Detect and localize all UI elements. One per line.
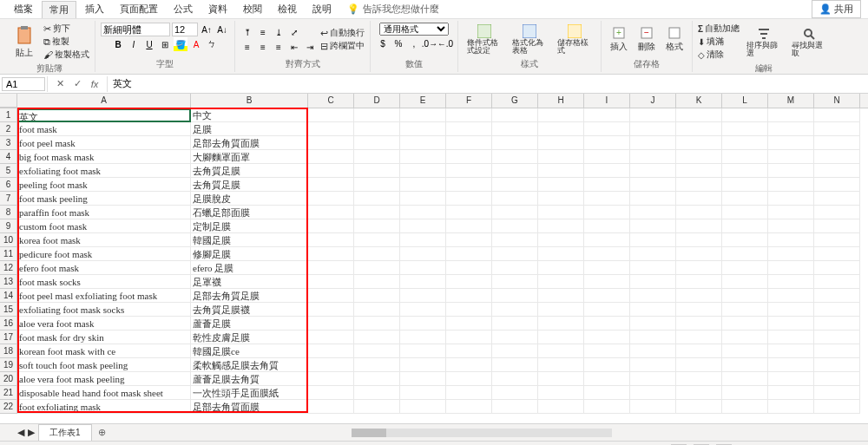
cell-M7[interactable] bbox=[768, 192, 814, 206]
cell-E2[interactable] bbox=[400, 122, 446, 136]
cell-A11[interactable]: pedicure foot mask bbox=[17, 247, 191, 261]
cell-A14[interactable]: foot peel masl exfoliating foot mask bbox=[17, 289, 191, 303]
menu-file[interactable]: 檔案 bbox=[7, 1, 40, 17]
cell-N1[interactable] bbox=[814, 108, 860, 122]
cell-F20[interactable] bbox=[446, 372, 492, 386]
cell-G4[interactable] bbox=[492, 150, 538, 164]
cell-M1[interactable] bbox=[768, 108, 814, 122]
cell-B9[interactable]: 定制足膜 bbox=[191, 219, 308, 233]
cell-H14[interactable] bbox=[538, 289, 584, 303]
cell-B7[interactable]: 足膜脫皮 bbox=[191, 192, 308, 206]
cell-G10[interactable] bbox=[492, 233, 538, 247]
cell-D7[interactable] bbox=[354, 192, 400, 206]
inc-decimal-button[interactable]: .0→ bbox=[423, 36, 437, 50]
cell-L3[interactable] bbox=[722, 136, 768, 150]
cell-E19[interactable] bbox=[400, 358, 446, 372]
cell-H15[interactable] bbox=[538, 303, 584, 317]
cell-E6[interactable] bbox=[400, 178, 446, 192]
delete-cells-button[interactable]: −刪除 bbox=[635, 24, 659, 55]
cell-B3[interactable]: 足部去角質面膜 bbox=[191, 136, 308, 150]
cell-K15[interactable] bbox=[676, 303, 722, 317]
cell-C11[interactable] bbox=[308, 247, 354, 261]
cell-H20[interactable] bbox=[538, 372, 584, 386]
row-header-16[interactable]: 16 bbox=[0, 317, 17, 330]
cell-M18[interactable] bbox=[768, 344, 814, 358]
row-header-3[interactable]: 3 bbox=[0, 136, 17, 150]
cell-E21[interactable] bbox=[400, 386, 446, 400]
cell-L17[interactable] bbox=[722, 330, 768, 344]
cell-I11[interactable] bbox=[584, 247, 630, 261]
row-header-18[interactable]: 18 bbox=[0, 344, 17, 358]
cell-L1[interactable] bbox=[722, 108, 768, 122]
cell-E10[interactable] bbox=[400, 233, 446, 247]
cell-I15[interactable] bbox=[584, 303, 630, 317]
cell-B10[interactable]: 韓國足膜 bbox=[191, 233, 308, 247]
row-header-14[interactable]: 14 bbox=[0, 289, 17, 303]
cell-C18[interactable] bbox=[308, 344, 354, 358]
cell-G7[interactable] bbox=[492, 192, 538, 206]
cell-I9[interactable] bbox=[584, 219, 630, 233]
increase-font-button[interactable]: A↑ bbox=[200, 23, 214, 36]
cell-E13[interactable] bbox=[400, 275, 446, 289]
cell-C14[interactable] bbox=[308, 289, 354, 303]
column-header-B[interactable]: B bbox=[191, 94, 308, 108]
percent-button[interactable]: % bbox=[391, 36, 405, 50]
cell-F11[interactable] bbox=[446, 247, 492, 261]
cell-D11[interactable] bbox=[354, 247, 400, 261]
cell-L5[interactable] bbox=[722, 164, 768, 178]
cell-L18[interactable] bbox=[722, 344, 768, 358]
row-header-20[interactable]: 20 bbox=[0, 372, 17, 386]
cell-A5[interactable]: exfoliating foot mask bbox=[17, 164, 191, 178]
autosum-button[interactable]: Σ 自動加總 bbox=[698, 23, 740, 35]
paste-button[interactable]: 貼上 bbox=[9, 23, 40, 61]
cell-F8[interactable] bbox=[446, 206, 492, 219]
cell-M4[interactable] bbox=[768, 150, 814, 164]
cell-F6[interactable] bbox=[446, 178, 492, 192]
cell-C1[interactable] bbox=[308, 108, 354, 122]
cell-C2[interactable] bbox=[308, 122, 354, 136]
cell-A3[interactable]: foot peel mask bbox=[17, 136, 191, 150]
cell-J8[interactable] bbox=[630, 206, 676, 219]
cell-E1[interactable] bbox=[400, 108, 446, 122]
cell-J11[interactable] bbox=[630, 247, 676, 261]
cell-F17[interactable] bbox=[446, 330, 492, 344]
tab-next-button[interactable]: ▶ bbox=[28, 427, 35, 438]
cell-B12[interactable]: efero 足膜 bbox=[191, 261, 308, 275]
indent-dec-button[interactable]: ⇤ bbox=[287, 40, 301, 54]
cell-G21[interactable] bbox=[492, 386, 538, 400]
cell-G8[interactable] bbox=[492, 206, 538, 219]
cell-F14[interactable] bbox=[446, 289, 492, 303]
cell-F3[interactable] bbox=[446, 136, 492, 150]
cell-A12[interactable]: efero foot mask bbox=[17, 261, 191, 275]
cell-C13[interactable] bbox=[308, 275, 354, 289]
cell-N21[interactable] bbox=[814, 386, 860, 400]
cell-M19[interactable] bbox=[768, 358, 814, 372]
cell-G22[interactable] bbox=[492, 400, 538, 414]
menu-formulas[interactable]: 公式 bbox=[167, 1, 200, 17]
clear-button[interactable]: ◇ 清除 bbox=[698, 49, 740, 61]
cell-C9[interactable] bbox=[308, 219, 354, 233]
cell-G15[interactable] bbox=[492, 303, 538, 317]
conditional-format-button[interactable]: 條件式格式設定 bbox=[464, 23, 505, 56]
row-header-10[interactable]: 10 bbox=[0, 233, 17, 247]
enter-formula-button[interactable]: ✓ bbox=[69, 76, 86, 92]
cell-B14[interactable]: 足部去角質足膜 bbox=[191, 289, 308, 303]
cell-H11[interactable] bbox=[538, 247, 584, 261]
cell-I10[interactable] bbox=[584, 233, 630, 247]
cell-J20[interactable] bbox=[630, 372, 676, 386]
phonetic-button[interactable]: ㄅ bbox=[205, 37, 219, 51]
cell-M8[interactable] bbox=[768, 206, 814, 219]
cell-A22[interactable]: foot exfoliating mask bbox=[17, 400, 191, 414]
cell-H17[interactable] bbox=[538, 330, 584, 344]
format-cells-button[interactable]: 格式 bbox=[662, 24, 687, 55]
cell-N10[interactable] bbox=[814, 233, 860, 247]
cell-E18[interactable] bbox=[400, 344, 446, 358]
cell-G3[interactable] bbox=[492, 136, 538, 150]
cell-B17[interactable]: 乾性皮膚足膜 bbox=[191, 330, 308, 344]
cell-F4[interactable] bbox=[446, 150, 492, 164]
column-header-H[interactable]: H bbox=[538, 94, 584, 108]
dec-decimal-button[interactable]: ←.0 bbox=[438, 36, 452, 50]
cell-E8[interactable] bbox=[400, 206, 446, 219]
cell-J18[interactable] bbox=[630, 344, 676, 358]
cell-D5[interactable] bbox=[354, 164, 400, 178]
